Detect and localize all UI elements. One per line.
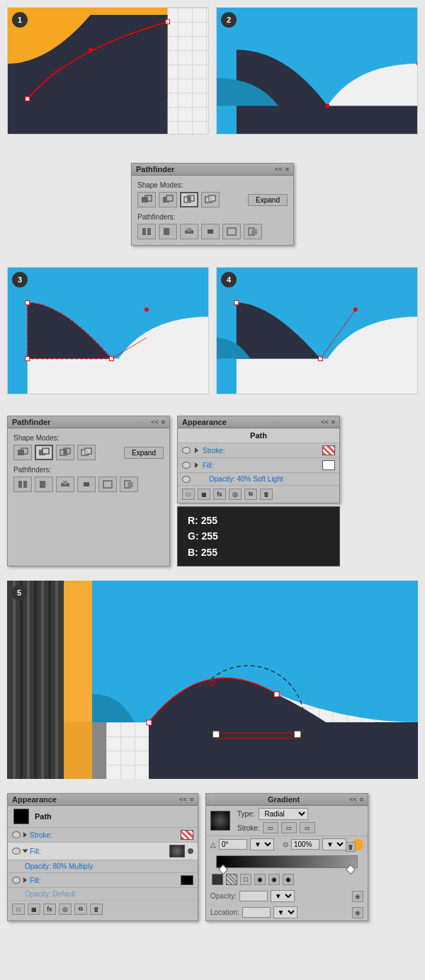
footer-trash-btn-2[interactable]: 🗑 <box>90 904 103 915</box>
stroke-swatch-2[interactable] <box>181 830 193 840</box>
pathfinders-label-1: Pathfinders: <box>137 213 288 221</box>
fill-label-1: Fill: <box>203 462 318 469</box>
eye-opacity-1[interactable] <box>182 476 191 483</box>
scale-select[interactable]: ▼ <box>322 838 346 850</box>
pf-crop-2[interactable] <box>77 477 96 492</box>
footer-grid-btn-2[interactable]: ▦ <box>28 904 40 915</box>
fill-swatch-2[interactable] <box>181 875 193 885</box>
arrow-fill-1[interactable] <box>195 462 198 468</box>
gradient-bar-container: 🗑 <box>212 855 362 868</box>
svg-point-3 <box>89 47 93 52</box>
stop-opacity-swatch[interactable] <box>226 874 237 885</box>
pf-outline-1[interactable] <box>222 224 241 239</box>
appearance-menu-1[interactable]: ≡ <box>332 418 335 426</box>
gradient-bar[interactable]: 🗑 <box>216 855 358 868</box>
gradient-fill-swatch[interactable] <box>169 845 185 858</box>
pathfinder-menu-1[interactable]: ≡ <box>285 166 289 173</box>
mode-unite-2[interactable] <box>13 445 32 460</box>
pf-minus-back-2[interactable] <box>120 477 138 492</box>
gradient-menu[interactable]: ≡ <box>360 796 363 803</box>
pf-trim-2[interactable] <box>35 477 53 492</box>
link-indicator <box>188 848 193 854</box>
opacity-extra-btn[interactable]: ◉ <box>352 891 363 902</box>
eye-fill-2[interactable] <box>12 877 21 884</box>
pathfinder-panel-2: Pathfinder << ≡ Shape Modes: <box>7 416 170 566</box>
mode-intersect-1[interactable] <box>180 192 198 207</box>
canvas-panel-2: 2 <box>216 7 418 135</box>
mode-exclude-2[interactable] <box>77 445 96 460</box>
pf-crop-1[interactable] <box>201 224 220 239</box>
opacity-sublabel-1: Opacity: 80% Multiply <box>25 862 93 870</box>
appearance-panel-2: Appearance << ≡ Path Stroke: <box>7 793 198 921</box>
expand-button-2[interactable]: Expand <box>124 447 164 459</box>
svg-rect-49 <box>64 450 67 454</box>
stroke-opt-1[interactable]: ▭ <box>263 822 278 833</box>
stop-btn-3[interactable]: ◉ <box>268 874 280 885</box>
stop-color-swatch[interactable] <box>212 874 223 885</box>
pf-divide-1[interactable] <box>137 224 156 239</box>
mode-exclude-1[interactable] <box>201 192 220 207</box>
appearance-collapse-2[interactable]: << <box>179 796 187 803</box>
scale-input[interactable] <box>291 839 319 850</box>
eye-stroke-2[interactable] <box>12 831 21 838</box>
arrow-fill-2[interactable] <box>23 877 27 883</box>
pathfinder-collapse-1[interactable]: << <box>275 166 283 173</box>
footer-fx-btn-1[interactable]: fx <box>213 489 226 500</box>
gradient-title: Gradient <box>268 795 300 804</box>
gradient-type-select[interactable]: Radial Linear <box>259 808 308 820</box>
pf-outline-2[interactable] <box>98 477 117 492</box>
footer-fx-btn-2[interactable]: fx <box>43 904 56 915</box>
mode-intersect-2[interactable] <box>56 445 74 460</box>
fill-swatch-1[interactable] <box>322 460 335 470</box>
pf-merge-1[interactable] <box>180 224 198 239</box>
gradient-delete-btn[interactable]: 🗑 <box>346 842 356 852</box>
gradient-opacity-select[interactable]: ▼ <box>271 890 295 902</box>
stroke-swatch-1[interactable] <box>322 445 335 455</box>
location-extra-btn[interactable]: ◉ <box>352 907 363 918</box>
footer-layer-btn-1[interactable]: □ <box>182 489 195 500</box>
angle-select[interactable]: ▼ <box>250 838 274 850</box>
footer-circle-btn-1[interactable]: ◎ <box>229 489 242 500</box>
mode-minus-front-2[interactable] <box>35 445 53 460</box>
step-badge-3: 3 <box>12 272 28 287</box>
expand-button-1[interactable]: Expand <box>248 194 288 206</box>
stop-btn-2[interactable]: ◉ <box>254 874 266 885</box>
footer-trash-btn-1[interactable]: 🗑 <box>260 489 273 500</box>
arrow-stroke-2[interactable] <box>23 832 27 838</box>
footer-copy-btn-2[interactable]: ⧉ <box>74 904 87 915</box>
stroke-opt-2[interactable]: ▭ <box>281 822 297 833</box>
opacity-label-1: Opacity: 40% Soft Light <box>209 475 335 483</box>
gradient-opacity-input[interactable] <box>239 891 268 901</box>
footer-circle-btn-2[interactable]: ◎ <box>59 904 72 915</box>
stop-btn-1[interactable]: □ <box>240 874 251 885</box>
mode-unite-1[interactable] <box>137 192 156 207</box>
angle-input[interactable] <box>219 839 247 850</box>
eye-fill-gradient[interactable] <box>12 848 21 855</box>
svg-rect-54 <box>23 481 27 488</box>
eye-fill-1[interactable] <box>182 462 191 469</box>
arrow-fill-gradient[interactable] <box>23 850 28 853</box>
pathfinder-panel-1: Pathfinder << ≡ Shape Modes: <box>131 163 294 246</box>
step-badge-5: 5 <box>11 585 27 600</box>
pf-trim-1[interactable] <box>159 224 177 239</box>
mode-minus-front-1[interactable] <box>159 192 177 207</box>
appearance-collapse-1[interactable]: << <box>321 418 329 426</box>
gradient-location-input[interactable] <box>242 907 271 918</box>
eye-stroke-1[interactable] <box>182 447 191 454</box>
pf-merge-2[interactable] <box>56 477 74 492</box>
gradient-location-select[interactable]: ▼ <box>273 906 298 918</box>
canvas-panel-1: 1 <box>7 7 209 135</box>
pf-divide-2[interactable] <box>13 477 32 492</box>
appearance-menu-2[interactable]: ≡ <box>190 796 193 803</box>
arrow-stroke-1[interactable] <box>195 448 198 453</box>
footer-grid-btn-1[interactable]: ▦ <box>198 489 210 500</box>
pathfinder-collapse-2[interactable]: << <box>151 418 159 426</box>
gradient-preview-swatch[interactable] <box>210 811 230 831</box>
stroke-opt-3[interactable]: ▭ <box>300 822 315 833</box>
footer-copy-btn-1[interactable]: ⧉ <box>244 489 257 500</box>
pf-minus-back-1[interactable] <box>244 224 262 239</box>
stop-btn-4[interactable]: ◉ <box>283 874 294 885</box>
pathfinder-menu-2[interactable]: ≡ <box>162 418 165 426</box>
gradient-collapse[interactable]: << <box>349 796 357 803</box>
footer-layer-btn-2[interactable]: □ <box>12 904 25 915</box>
